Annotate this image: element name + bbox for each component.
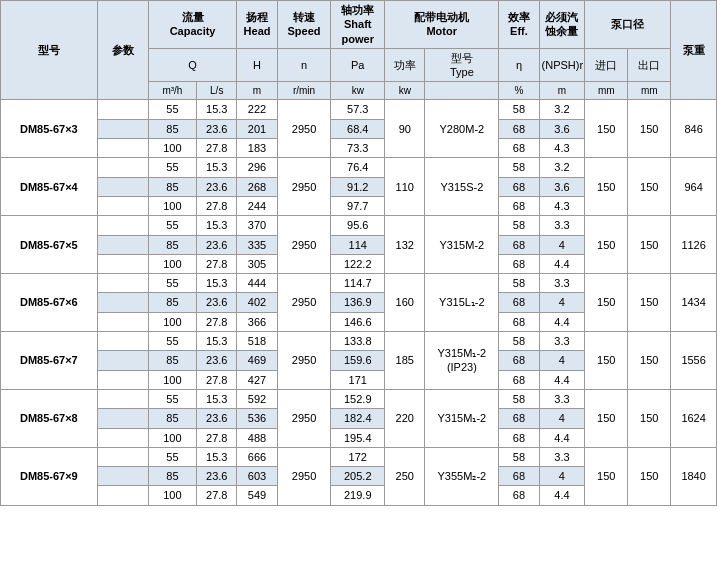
q-cell: 55 xyxy=(148,274,196,293)
h-cell: 549 xyxy=(237,486,277,505)
npsh-cell: 3.3 xyxy=(539,274,585,293)
q-cell: 85 xyxy=(148,293,196,312)
col-subheader-inlet: 进口 xyxy=(585,48,628,82)
eff-cell: 68 xyxy=(499,177,539,196)
eff-cell: 68 xyxy=(499,119,539,138)
speed-cell: 2950 xyxy=(277,332,331,390)
ls-cell: 23.6 xyxy=(197,119,237,138)
q-cell: 55 xyxy=(148,447,196,466)
inlet-cell: 150 xyxy=(585,447,628,505)
npsh-cell: 4 xyxy=(539,467,585,486)
motor-kw-cell: 250 xyxy=(385,447,425,505)
model-cell: DM85-67×9 xyxy=(1,447,98,505)
param-cell xyxy=(97,100,148,119)
npsh-cell: 3.3 xyxy=(539,447,585,466)
ls-cell: 23.6 xyxy=(197,409,237,428)
q-cell: 85 xyxy=(148,351,196,370)
weight-cell: 1126 xyxy=(671,216,717,274)
pa-cell: 57.3 xyxy=(331,100,385,119)
motor-type-cell: Y315M₁-2(IP23) xyxy=(425,332,499,390)
col-unit-mm2: mm xyxy=(628,82,671,100)
pa-cell: 219.9 xyxy=(331,486,385,505)
param-cell xyxy=(97,428,148,447)
eff-cell: 68 xyxy=(499,370,539,389)
ls-cell: 27.8 xyxy=(197,139,237,158)
h-cell: 268 xyxy=(237,177,277,196)
col-unit-m2: m xyxy=(539,82,585,100)
eff-cell: 68 xyxy=(499,293,539,312)
eff-cell: 58 xyxy=(499,332,539,351)
ls-cell: 27.8 xyxy=(197,312,237,331)
param-cell xyxy=(97,235,148,254)
ls-cell: 23.6 xyxy=(197,177,237,196)
pump-data-table: 型号 参数 流量Capacity 扬程Head 转速Speed 轴功率Shaft… xyxy=(0,0,717,506)
h-cell: 536 xyxy=(237,409,277,428)
param-cell xyxy=(97,351,148,370)
param-cell xyxy=(97,158,148,177)
ls-cell: 23.6 xyxy=(197,467,237,486)
speed-cell: 2950 xyxy=(277,158,331,216)
inlet-cell: 150 xyxy=(585,332,628,390)
col-unit-type xyxy=(425,82,499,100)
col-header-shaftpower: 轴功率Shaftpower xyxy=(331,1,385,49)
motor-kw-cell: 132 xyxy=(385,216,425,274)
table-row: DM85-67×45515.3296295076.4110Y315S-2583.… xyxy=(1,158,717,177)
h-cell: 370 xyxy=(237,216,277,235)
col-subheader-outlet: 出口 xyxy=(628,48,671,82)
col-header-weight: 泵重 xyxy=(671,1,717,100)
inlet-cell: 150 xyxy=(585,158,628,216)
pa-cell: 195.4 xyxy=(331,428,385,447)
inlet-cell: 150 xyxy=(585,274,628,332)
npsh-cell: 4.4 xyxy=(539,312,585,331)
q-cell: 100 xyxy=(148,139,196,158)
model-cell: DM85-67×3 xyxy=(1,100,98,158)
pa-cell: 91.2 xyxy=(331,177,385,196)
param-cell xyxy=(97,486,148,505)
col-header-param: 参数 xyxy=(97,1,148,100)
outlet-cell: 150 xyxy=(628,158,671,216)
q-cell: 85 xyxy=(148,119,196,138)
speed-cell: 2950 xyxy=(277,216,331,274)
col-subheader-n: n xyxy=(277,48,331,82)
eff-cell: 58 xyxy=(499,447,539,466)
eff-cell: 68 xyxy=(499,196,539,215)
npsh-cell: 4.3 xyxy=(539,139,585,158)
pa-cell: 95.6 xyxy=(331,216,385,235)
motor-kw-cell: 90 xyxy=(385,100,425,158)
inlet-cell: 150 xyxy=(585,389,628,447)
motor-type-cell: Y315M-2 xyxy=(425,216,499,274)
npsh-cell: 3.3 xyxy=(539,216,585,235)
header-row-1: 型号 参数 流量Capacity 扬程Head 转速Speed 轴功率Shaft… xyxy=(1,1,717,49)
q-cell: 100 xyxy=(148,370,196,389)
ls-cell: 27.8 xyxy=(197,370,237,389)
motor-type-cell: Y355M₂-2 xyxy=(425,447,499,505)
h-cell: 366 xyxy=(237,312,277,331)
param-cell xyxy=(97,370,148,389)
pa-cell: 182.4 xyxy=(331,409,385,428)
motor-kw-cell: 110 xyxy=(385,158,425,216)
col-unit-rmin: r/min xyxy=(277,82,331,100)
col-header-model: 型号 xyxy=(1,1,98,100)
col-subheader-npsh: (NPSH)r xyxy=(539,48,585,82)
h-cell: 469 xyxy=(237,351,277,370)
outlet-cell: 150 xyxy=(628,216,671,274)
q-cell: 100 xyxy=(148,428,196,447)
param-cell xyxy=(97,139,148,158)
h-cell: 427 xyxy=(237,370,277,389)
eff-cell: 68 xyxy=(499,235,539,254)
eff-cell: 68 xyxy=(499,139,539,158)
pa-cell: 122.2 xyxy=(331,254,385,273)
npsh-cell: 4.4 xyxy=(539,254,585,273)
h-cell: 183 xyxy=(237,139,277,158)
motor-kw-cell: 160 xyxy=(385,274,425,332)
weight-cell: 1624 xyxy=(671,389,717,447)
h-cell: 244 xyxy=(237,196,277,215)
table-row: DM85-67×35515.3222295057.390Y280M-2583.2… xyxy=(1,100,717,119)
pa-cell: 68.4 xyxy=(331,119,385,138)
table-row: DM85-67×55515.3370295095.6132Y315M-2583.… xyxy=(1,216,717,235)
inlet-cell: 150 xyxy=(585,100,628,158)
motor-kw-cell: 220 xyxy=(385,389,425,447)
motor-kw-cell: 185 xyxy=(385,332,425,390)
speed-cell: 2950 xyxy=(277,389,331,447)
npsh-cell: 3.3 xyxy=(539,332,585,351)
